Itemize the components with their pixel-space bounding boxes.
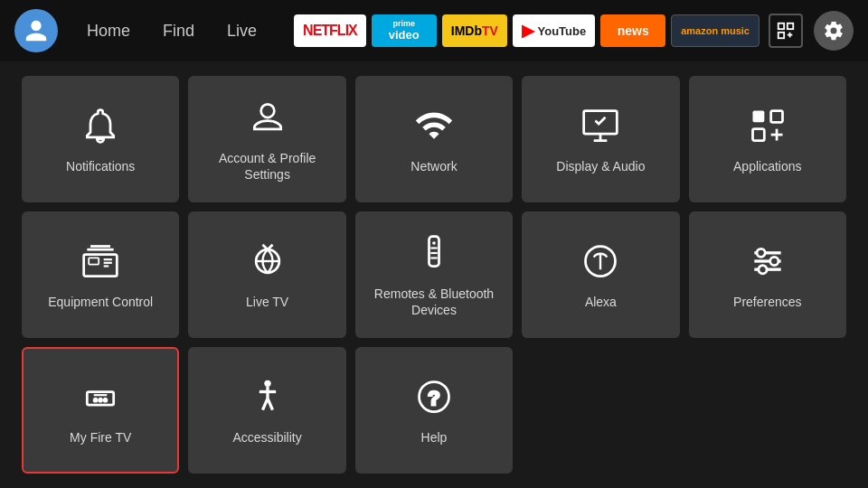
netflix-app[interactable]: NETFLIX [294, 14, 366, 47]
live-tv-icon [246, 239, 289, 283]
network-icon [412, 104, 456, 147]
avatar[interactable] [14, 9, 58, 52]
live-tv-label: Live TV [246, 294, 288, 310]
settings-gear-button[interactable] [814, 11, 854, 51]
svg-point-40 [264, 380, 270, 387]
navbar: Home Find Live NETFLIX primevideo IMDbTV… [0, 0, 868, 61]
notifications-icon [79, 104, 122, 147]
network-label: Network [410, 158, 457, 174]
notifications-label: Notifications [66, 158, 135, 174]
tile-notifications[interactable]: Notifications [22, 76, 179, 202]
applications-label: Applications [733, 158, 802, 174]
prime-app[interactable]: primevideo [372, 14, 437, 47]
tile-account[interactable]: Account & Profile Settings [188, 76, 345, 202]
tile-network[interactable]: Network [355, 76, 513, 202]
music-app[interactable]: amazon music [671, 14, 760, 47]
tile-live-tv[interactable]: Live TV [188, 211, 345, 338]
accessibility-icon [246, 375, 289, 418]
svg-rect-8 [770, 110, 782, 122]
tile-equipment-control[interactable]: Equipment Control [22, 211, 179, 338]
svg-rect-23 [429, 236, 439, 266]
my-fire-tv-icon [79, 375, 122, 418]
svg-point-32 [757, 249, 765, 257]
alexa-label: Alexa [585, 294, 617, 310]
my-fire-tv-label: My Fire TV [70, 429, 131, 446]
nav-links: Home Find Live [72, 14, 271, 48]
help-label: Help [421, 429, 448, 446]
alexa-icon [579, 239, 622, 283]
tile-remotes-bluetooth[interactable]: Remotes & Bluetooth Devices [355, 211, 513, 338]
svg-point-34 [759, 265, 767, 273]
settings-grid: Notifications Account & Profile Settings… [0, 61, 868, 488]
svg-point-39 [104, 399, 107, 401]
nav-home[interactable]: Home [72, 14, 145, 48]
svg-rect-0 [778, 23, 784, 29]
tile-alexa[interactable]: Alexa [522, 211, 679, 338]
svg-point-5 [260, 104, 274, 117]
preferences-icon [746, 239, 789, 283]
tile-display-audio[interactable]: Display & Audio [522, 76, 679, 202]
remotes-bluetooth-label: Remotes & Bluetooth Devices [364, 286, 504, 318]
svg-point-38 [99, 399, 102, 401]
youtube-app[interactable]: ▶ YouTube [513, 14, 595, 47]
preferences-label: Preferences [733, 294, 801, 310]
display-audio-icon [579, 104, 622, 147]
svg-rect-7 [752, 110, 764, 122]
svg-point-37 [94, 399, 97, 401]
grid-view-button[interactable] [769, 14, 803, 48]
tile-help[interactable]: ? Help [355, 347, 513, 474]
display-audio-label: Display & Audio [556, 158, 645, 174]
svg-rect-2 [778, 33, 784, 38]
tile-applications[interactable]: Applications [689, 76, 846, 202]
nav-find[interactable]: Find [148, 14, 209, 48]
account-icon [246, 96, 289, 139]
nav-live[interactable]: Live [212, 14, 271, 48]
account-label: Account & Profile Settings [197, 150, 336, 183]
tile-accessibility[interactable]: Accessibility [188, 347, 345, 474]
tile-my-fire-tv[interactable]: My Fire TV [22, 347, 179, 474]
equipment-control-icon [79, 239, 122, 283]
equipment-control-label: Equipment Control [48, 294, 153, 310]
svg-rect-13 [89, 258, 99, 264]
svg-point-33 [770, 257, 778, 265]
tile-preferences[interactable]: Preferences [689, 211, 846, 338]
applications-icon [746, 104, 789, 147]
imdb-app[interactable]: IMDbTV [442, 14, 507, 47]
svg-rect-9 [752, 129, 764, 141]
help-icon: ? [412, 375, 456, 418]
svg-line-22 [268, 245, 273, 250]
svg-line-44 [268, 399, 273, 410]
svg-rect-1 [788, 23, 793, 29]
accessibility-label: Accessibility [232, 429, 301, 446]
svg-text:?: ? [428, 387, 439, 409]
news-app[interactable]: news [600, 14, 665, 47]
remotes-bluetooth-icon [412, 231, 456, 275]
app-icons: NETFLIX primevideo IMDbTV ▶ YouTube news… [294, 11, 854, 51]
